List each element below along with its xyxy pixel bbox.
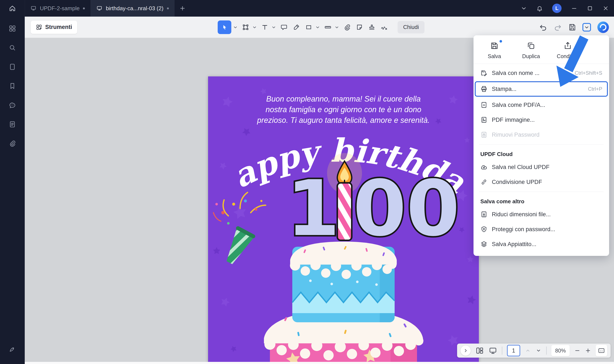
menu-item-label: Salva come PDF/A... bbox=[492, 102, 545, 108]
measure-tool-button[interactable] bbox=[323, 22, 333, 32]
zoom-level[interactable]: 80% bbox=[551, 345, 570, 356]
pdf-page[interactable]: Buon compleanno, mamma! Sei il cuore del… bbox=[208, 77, 479, 364]
toolbar: Strumenti bbox=[25, 17, 614, 38]
presentation-mode-icon[interactable] bbox=[489, 346, 497, 355]
close-editor-label: Chiudi bbox=[403, 24, 419, 30]
marker-icon bbox=[293, 24, 300, 31]
next-page-icon[interactable] bbox=[536, 348, 542, 353]
previous-page-icon[interactable] bbox=[525, 348, 531, 353]
menu-item-save-as[interactable]: Salva con nome ... Ctrl+Shift+S bbox=[477, 65, 606, 80]
shape-tool-chevron-icon[interactable] bbox=[315, 25, 321, 30]
redo-icon[interactable] bbox=[553, 23, 562, 31]
home-button[interactable] bbox=[0, 5, 25, 12]
bell-icon[interactable] bbox=[536, 5, 543, 12]
close-window-icon[interactable] bbox=[602, 5, 609, 12]
select-tool-button[interactable] bbox=[218, 20, 231, 34]
actual-size-button[interactable]: 1:1 bbox=[596, 345, 607, 356]
tab-modified-dot[interactable] bbox=[167, 7, 169, 9]
tab-updf-2-sample[interactable]: UPDF-2-sample bbox=[25, 0, 91, 17]
sidebar-item-pages[interactable] bbox=[6, 60, 19, 73]
zoom-out-icon[interactable] bbox=[574, 348, 580, 353]
cursor-icon bbox=[222, 24, 227, 30]
comment-tool-button[interactable] bbox=[279, 22, 289, 32]
duplicate-action-button[interactable]: Duplica bbox=[513, 41, 549, 59]
menu-item-save-flattened[interactable]: Salva Appiattito... bbox=[477, 237, 606, 252]
expand-panel-button[interactable] bbox=[460, 345, 471, 356]
chevron-down-icon[interactable] bbox=[521, 5, 527, 12]
signature-icon bbox=[380, 24, 388, 31]
rectangle-icon bbox=[305, 24, 312, 31]
tools-icon bbox=[36, 24, 42, 30]
tools-button[interactable]: Strumenti bbox=[31, 21, 77, 34]
chevron-right-icon bbox=[463, 348, 469, 353]
tab-modified-dot[interactable] bbox=[83, 7, 85, 9]
save-icon[interactable] bbox=[568, 23, 576, 31]
save-action-button[interactable]: Salva bbox=[476, 41, 513, 59]
page-icon bbox=[9, 63, 16, 70]
menu-item-label: PDF immagine... bbox=[492, 117, 535, 123]
document-tab-icon bbox=[96, 5, 102, 11]
signature-tool-button[interactable] bbox=[379, 22, 389, 32]
marker-tool-button[interactable] bbox=[292, 22, 301, 32]
page-number-input[interactable] bbox=[507, 345, 520, 356]
menu-item-save-cloud[interactable]: Salva nel Cloud UPDF bbox=[477, 160, 606, 175]
menu-item-print[interactable]: Stampa... Ctrl+P bbox=[475, 81, 608, 97]
paperclip-icon bbox=[9, 140, 16, 147]
menu-divider bbox=[479, 192, 603, 192]
user-avatar[interactable]: L bbox=[552, 4, 561, 13]
save-dropdown-chevron-icon[interactable] bbox=[584, 24, 590, 30]
menu-item-reduce-size[interactable]: Riduci dimensioni file... bbox=[477, 207, 606, 222]
undo-icon[interactable] bbox=[539, 23, 547, 31]
sidebar-item-pen[interactable] bbox=[6, 343, 19, 355]
birthday-card-illustration: Buon compleanno, mamma! Sei il cuore del… bbox=[208, 77, 479, 364]
menu-section-cloud: UPDF Cloud bbox=[477, 147, 606, 160]
share-icon bbox=[563, 41, 572, 50]
card-message-line3: prezioso. Ti auguro tanta felicità, amor… bbox=[257, 116, 430, 125]
text-tool-button[interactable] bbox=[260, 22, 270, 32]
tab-label: birthday-ca...nral-03 (2) bbox=[106, 5, 163, 12]
sidebar-item-comments[interactable] bbox=[6, 99, 19, 112]
stamp-tool-button[interactable] bbox=[367, 22, 377, 32]
menu-item-pdf-image[interactable]: PDF immagine... bbox=[477, 112, 606, 127]
tab-label: UPDF-2-sample bbox=[40, 5, 80, 12]
updf-ai-button[interactable] bbox=[597, 21, 609, 33]
sidebar-item-document[interactable] bbox=[6, 118, 19, 131]
cloud-upload-icon bbox=[480, 163, 488, 171]
menu-item-updf-share[interactable]: Condivisione UPDF bbox=[477, 175, 606, 189]
new-tab-button[interactable] bbox=[179, 5, 186, 12]
text-tool-chevron-icon[interactable] bbox=[271, 25, 277, 30]
frame-tool-chevron-icon[interactable] bbox=[252, 25, 257, 30]
titlebar: UPDF-2-sample birthday-ca...nral-03 (2) … bbox=[0, 0, 614, 17]
maximize-icon[interactable] bbox=[587, 5, 593, 12]
minimize-icon[interactable] bbox=[571, 5, 577, 12]
menu-item-label: Rimuovi Password bbox=[492, 131, 540, 138]
document-tab-icon bbox=[30, 5, 36, 11]
measure-tool-chevron-icon[interactable] bbox=[334, 25, 340, 30]
svg-text:A: A bbox=[483, 104, 485, 107]
menu-item-save-pdfa[interactable]: A Salva come PDF/A... bbox=[477, 97, 606, 112]
share-action-button[interactable]: Condividi bbox=[549, 41, 586, 59]
compress-icon bbox=[480, 211, 488, 218]
statusbar-divider bbox=[546, 347, 547, 355]
attach-tool-button[interactable] bbox=[342, 22, 352, 32]
menu-item-shortcut: Ctrl+P bbox=[588, 86, 602, 92]
sidebar-item-attachments[interactable] bbox=[6, 137, 19, 150]
ruler-icon bbox=[324, 24, 332, 31]
sidebar-item-search[interactable] bbox=[6, 41, 19, 54]
close-editor-button[interactable]: Chiudi bbox=[398, 21, 424, 33]
text-icon bbox=[261, 24, 268, 31]
card-number: 1 00 bbox=[287, 164, 460, 253]
thumbnails-view-icon[interactable] bbox=[475, 346, 484, 355]
view-statusbar: 80% 1:1 bbox=[457, 344, 611, 358]
sticker-tool-button[interactable] bbox=[355, 22, 364, 32]
menu-item-protect-password[interactable]: Proteggi con password... bbox=[477, 222, 606, 237]
card-message-line1: Buon compleanno, mamma! Sei il cuore del… bbox=[266, 94, 421, 103]
shape-tool-button[interactable] bbox=[304, 22, 314, 32]
select-tool-chevron-icon[interactable] bbox=[233, 25, 238, 30]
tab-birthday-card[interactable]: birthday-ca...nral-03 (2) bbox=[91, 0, 174, 17]
sidebar-item-apps[interactable] bbox=[6, 22, 19, 35]
frame-tool-button[interactable] bbox=[241, 22, 251, 32]
save-dropdown-menu: Salva Duplica Condividi Salva con nome .… bbox=[474, 35, 609, 256]
zoom-in-icon[interactable] bbox=[585, 348, 591, 353]
sidebar-item-bookmarks[interactable] bbox=[6, 80, 19, 92]
